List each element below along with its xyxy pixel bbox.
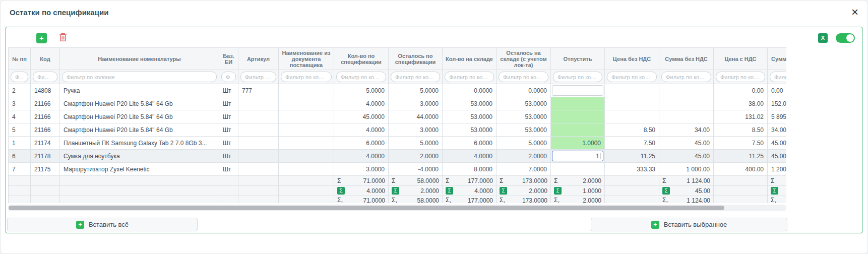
cell-name: Сумка для ноутбука (60, 150, 219, 163)
grid-toolbar: + X (7, 28, 861, 47)
filter-input-unit[interactable] (221, 72, 236, 82)
filter-input-sum_vat[interactable] (770, 72, 786, 82)
column-header-price_vat[interactable]: Цена с НДС (714, 48, 768, 70)
cell-price_vat: 7.50 (714, 137, 768, 150)
cell-unit: Шт (219, 110, 238, 123)
filter-input-release[interactable] (553, 72, 602, 82)
horizontal-scrollbar[interactable] (8, 205, 786, 211)
summary-cell-sum_vat: Σт (768, 196, 787, 204)
filter-input-name[interactable] (62, 72, 217, 82)
column-header-article[interactable]: Артикул (238, 48, 279, 70)
sigma-icon: Σт (392, 197, 397, 203)
column-header-doc_name[interactable]: Наименование из документа поставщика (279, 48, 334, 70)
column-header-release[interactable]: Отпустить (551, 48, 605, 70)
cell-rem_stock: 0.0000 (497, 84, 551, 97)
sigma-icon: Σ (500, 187, 507, 195)
cell-rem_stock: 2.0000 (497, 150, 551, 163)
summary-cell-release: Σ2.0000 (551, 176, 605, 186)
table-row[interactable]: 214808РучкаШт7775.00005.00000.00000.0000… (9, 84, 787, 97)
sigma-icon: Σ (392, 187, 399, 195)
column-header-price_no_vat[interactable]: Цена без НДС (605, 48, 659, 70)
summary-cell-release: Σ1.0000 (551, 186, 605, 196)
cell-rem_spec: 5.0000 (389, 137, 443, 150)
cell-price_no_vat: 11.25 (605, 150, 659, 163)
filter-cell-name (60, 70, 219, 84)
plus-icon: + (76, 221, 84, 229)
cell-qty_stock: 4.0000 (443, 150, 497, 163)
cell-code: 21175 (31, 163, 60, 176)
column-header-qty_spec[interactable]: Кол-во по спецификации (334, 48, 389, 70)
summary-cell-sum_vat: Σ (768, 176, 787, 186)
cell-rem_stock: 53.0000 (497, 110, 551, 123)
cell-sum_vat: 152.00 (768, 97, 787, 110)
filter-input-num[interactable] (11, 72, 28, 82)
filter-cell-unit (219, 70, 238, 84)
table-row[interactable]: 721175Маршрутизатор Zyxel KeeneticШт3.00… (9, 163, 787, 176)
release-input[interactable]: 1 (552, 151, 603, 161)
summary-cell-empty (714, 176, 768, 186)
filter-input-rem_spec[interactable] (391, 72, 440, 82)
toggle-switch[interactable] (836, 33, 855, 43)
cell-release: 1.0000 (551, 137, 605, 150)
summary-cell-rem_spec: Σ58.0000 (389, 176, 443, 186)
add-row-button[interactable]: + (36, 33, 47, 43)
filter-input-price_vat[interactable] (716, 72, 765, 82)
summary-cell-qty_spec: Σ71.0000 (334, 176, 389, 186)
column-header-rem_stock[interactable]: Осталось на складе (с учетом лок-та) (497, 48, 551, 70)
close-icon[interactable]: × (851, 6, 858, 18)
filter-input-sum_no_vat[interactable] (661, 72, 711, 82)
column-header-unit[interactable]: Баз. ЕИ (219, 48, 238, 70)
summary-cell-empty (31, 186, 60, 196)
column-header-qty_stock[interactable]: Кол-во на складе (443, 48, 497, 70)
cell-sum_vat: 45.00 (768, 150, 787, 163)
column-header-code[interactable]: Код (31, 48, 60, 70)
cell-sum_vat: 1 200.00 (768, 163, 787, 176)
cell-rem_stock: 7.0000 (497, 163, 551, 176)
filter-input-doc_name[interactable] (281, 72, 332, 82)
table-row[interactable]: 121174Планшетный ПК Samsung Galaxy Tab 2… (9, 137, 787, 150)
sigma-icon: Σт (662, 197, 668, 203)
cell-num: 4 (9, 110, 31, 123)
column-header-num[interactable]: № пп (9, 48, 31, 70)
filter-input-code[interactable] (33, 72, 57, 82)
cell-name: Маршрутизатор Zyxel Keenetic (60, 163, 219, 176)
table-row[interactable]: 521166Смартфон Huawei P20 Lite 5.84'' 64… (9, 123, 787, 137)
cell-qty_spec: 4.0000 (334, 150, 389, 163)
cell-article: 777 (238, 84, 279, 97)
column-header-rem_spec[interactable]: Осталось по спецификации (389, 48, 443, 70)
filter-input-rem_stock[interactable] (499, 72, 548, 82)
column-header-name[interactable]: Наименование номенклатуры (60, 48, 219, 70)
cell-price_no_vat (605, 97, 659, 110)
scrollbar-thumb[interactable] (9, 206, 724, 210)
export-excel-button[interactable]: X (818, 33, 828, 43)
insert-all-button[interactable]: + Вставить всё (7, 218, 198, 231)
filter-input-qty_spec[interactable] (336, 72, 386, 82)
cell-sum_no_vat: 1 000.00 (659, 163, 714, 176)
cell-doc_name (279, 84, 334, 97)
summary-row-plain: Σ71.0000Σ58.0000Σ177.0000Σ173.0000Σ2.000… (9, 176, 787, 186)
cell-article (238, 123, 279, 137)
cell-qty_stock: 6.0000 (443, 137, 497, 150)
table-row[interactable]: 321166Смартфон Huawei P20 Lite 5.84'' 64… (9, 97, 787, 110)
dialog-title: Остатки по спецификации (10, 8, 108, 17)
cell-code: 21166 (31, 123, 60, 137)
summary-row-total: Σт71.0000Σт58.0000Σт177.0000Σт173.0000Σт… (9, 196, 787, 204)
summary-cell-rem_spec: Σт58.0000 (389, 196, 443, 204)
filter-input-article[interactable] (240, 72, 276, 82)
filter-input-qty_stock[interactable] (445, 72, 494, 82)
column-header-sum_vat[interactable]: Сумма с НДС (768, 48, 787, 70)
filter-input-price_no_vat[interactable] (607, 72, 657, 82)
delete-row-button[interactable] (58, 33, 68, 43)
cell-article (238, 97, 279, 110)
summary-cell-empty (60, 196, 219, 204)
cell-code: 21178 (31, 150, 60, 163)
filter-cell-num (9, 70, 31, 84)
table-row[interactable]: 421166Смартфон Huawei P20 Lite 5.84'' 64… (9, 110, 787, 123)
cell-price_no_vat (605, 110, 659, 123)
insert-selected-button[interactable]: + Вставить выбранное (591, 218, 787, 231)
release-input[interactable] (552, 85, 603, 96)
column-header-sum_no_vat[interactable]: Сумма без НДС (659, 48, 714, 70)
table-row[interactable]: 621178Сумка для ноутбукаШт4.00002.00004.… (9, 150, 787, 163)
cell-qty_stock: 0.0000 (443, 84, 497, 97)
sigma-icon: Σ (771, 177, 774, 184)
